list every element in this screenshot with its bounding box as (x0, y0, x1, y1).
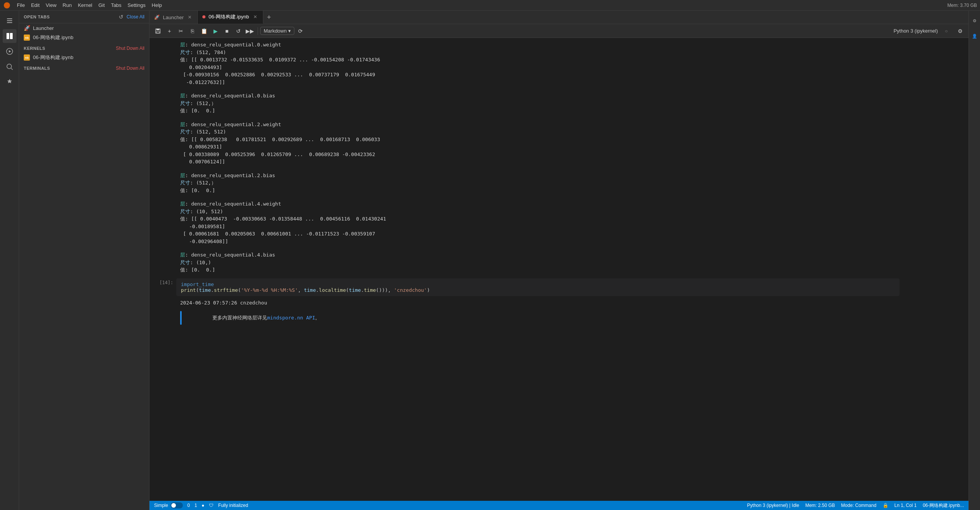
cell-up-btn[interactable]: ↑ (917, 278, 926, 287)
cell-output-layer-2-bias: 层: dense_relu_sequential.2.bias 尺寸: (512… (149, 169, 969, 197)
toolbar-run-btn[interactable]: ▶ (210, 26, 221, 36)
code-cell-14-body[interactable]: import_time print(time.strftime('%Y-%m-%… (176, 278, 900, 296)
svg-rect-4 (7, 33, 9, 39)
svg-rect-5 (10, 33, 13, 39)
menu-edit[interactable]: Edit (28, 2, 43, 9)
terminals-shutdown-all[interactable]: Shut Down All (116, 66, 144, 71)
toolbar-paste-btn[interactable]: 📋 (199, 26, 209, 36)
status-position: Ln 1, Col 1 (895, 503, 917, 508)
status-kernel-info: Python 3 (ipykernel) | Idle (747, 503, 799, 508)
right-sidebar-btn-1[interactable]: ⚙ (968, 14, 980, 28)
cell-format-btn[interactable]: ⇌ (947, 278, 955, 287)
code-output-text: 2024-06-23 07:57:26 cnzedchou (180, 300, 267, 306)
status-file: 06-网络构建.ipynb... (923, 502, 964, 509)
toolbar-restart-btn[interactable]: ↺ (233, 26, 244, 36)
dropdown-arrow: ▾ (288, 28, 291, 34)
menu-file[interactable]: File (14, 2, 28, 9)
cell-copy-btn[interactable]: ⎘ (907, 278, 916, 287)
tab-launcher-label: Launcher (163, 15, 184, 20)
simple-toggle[interactable]: Simple (154, 502, 183, 508)
menu-help[interactable]: Help (149, 2, 165, 9)
status-circle-icon[interactable]: ● (202, 503, 204, 508)
api-link[interactable]: mindspore.nn API (267, 315, 315, 321)
kernels-shutdown-all[interactable]: Shut Down All (116, 46, 144, 51)
tab-add-button[interactable]: + (263, 11, 275, 24)
cell-type-dropdown[interactable]: Markdown ▾ (260, 27, 294, 35)
tab-launcher[interactable]: 🚀 Launcher ✕ (149, 11, 198, 24)
cell-delete-btn[interactable]: 🗑 (957, 278, 965, 287)
simple-label: Simple (154, 503, 168, 508)
toolbar-refresh-btn[interactable]: ⟳ (295, 26, 306, 36)
toolbar-cut-btn[interactable]: ✂ (176, 26, 186, 36)
menu-git[interactable]: Git (95, 2, 108, 9)
right-sidebar-btn-2[interactable]: 👤 (968, 29, 980, 43)
tab-notebook[interactable]: 06-网络构建.ipynb ✕ (198, 11, 263, 24)
status-bar: Simple 0 1 ● 🛡 Fully initialized Python … (149, 501, 969, 510)
toggle-thumb (171, 503, 176, 508)
status-shield-icon: 🛡 (209, 503, 213, 508)
cell-output-layers: 层: dense_relu_sequential.0.weight 尺寸: (5… (149, 38, 969, 89)
output-layer-2-bias-text: 层: dense_relu_sequential.2.bias 尺寸: (512… (180, 172, 953, 194)
svg-rect-11 (156, 31, 159, 33)
sidebar-panel-btn[interactable] (3, 29, 16, 43)
cell-output-layer-4-bias: 层: dense_relu_sequential.4.bias 尺寸: (10,… (149, 248, 969, 277)
status-lock-icon: 🔒 (883, 503, 888, 508)
refresh-icon[interactable]: ↺ (119, 14, 123, 20)
cell-output-layer-4-weight: 层: dense_relu_sequential.4.weight 尺寸: (1… (149, 197, 969, 248)
close-all-link[interactable]: Close All (126, 14, 144, 20)
status-mode: Mode: Command (841, 503, 877, 508)
cell-number-14: [14]: (149, 278, 176, 287)
toolbar-interrupt-btn[interactable]: ■ (222, 26, 232, 36)
sidebar-extensions-btn[interactable] (3, 75, 16, 89)
toolbar-add-btn[interactable]: + (164, 26, 175, 36)
toolbar-sep-1 (258, 27, 258, 35)
cell-output-layer-2-weight: 层: dense_relu_sequential.2.weight 尺寸: (5… (149, 118, 969, 169)
cell-link-btn[interactable]: ⛓ (937, 278, 946, 287)
sidebar-run-btn[interactable] (3, 44, 16, 58)
kernel-status-circle[interactable]: ○ (941, 26, 952, 36)
menu-bar: File Edit View Run Kernel Git Tabs Setti… (0, 0, 980, 11)
notebook-content[interactable]: 层: dense_relu_sequential.0.weight 尺寸: (5… (149, 38, 969, 501)
tab-notebook-close[interactable]: ✕ (252, 14, 258, 20)
sidebar-search-btn[interactable] (3, 60, 16, 74)
toolbar-run-all-btn[interactable]: ▶▶ (245, 26, 255, 36)
menu-kernel[interactable]: Kernel (75, 2, 95, 9)
svg-rect-10 (156, 29, 159, 30)
toggle-track[interactable] (171, 502, 183, 508)
time-var: time (199, 287, 211, 293)
menu-view[interactable]: View (43, 2, 59, 9)
code-cell-14[interactable]: [14]: import_time print(time.strftime('%… (149, 277, 969, 298)
kernel-notebook-name: 06-网络构建.ipynb (33, 54, 73, 61)
menu-tabs[interactable]: Tabs (108, 2, 124, 9)
markdown-text: 更多内置神经网络层详见 (212, 315, 267, 321)
menu-run[interactable]: Run (59, 2, 75, 9)
toolbar-copy-btn[interactable]: ⎘ (187, 26, 198, 36)
memory-display: Mem: 3.70 GB (947, 3, 977, 8)
kernels-title: KERNELS (24, 46, 45, 51)
cell-output-layer-0-bias: 层: dense_relu_sequential.0.bias 尺寸: (512… (149, 89, 969, 118)
right-sidebar: ⚙ 👤 (969, 11, 980, 510)
kernel-notebook-item[interactable]: nb 06-网络构建.ipynb (19, 53, 149, 63)
toolbar-save-btn[interactable] (153, 26, 163, 36)
toolbar-settings-btn[interactable]: ⚙ (955, 26, 965, 36)
menu-settings[interactable]: Settings (125, 2, 149, 9)
cell-down-btn[interactable]: ↓ (927, 278, 936, 287)
markdown-suffix: 。 (315, 315, 320, 321)
import-keyword: import_time (181, 281, 214, 287)
notebook-file-icon: nb (24, 35, 30, 41)
open-tab-launcher[interactable]: 🚀 Launcher (19, 23, 149, 33)
status-mem: Mem: 2.50 GB (805, 503, 835, 508)
print-fn: print (181, 287, 196, 293)
terminals-header: TERMINALS Shut Down All (19, 63, 149, 72)
content-area: 🚀 Launcher ✕ 06-网络构建.ipynb ✕ + + ✂ ⎘ 📋 ▶… (149, 11, 969, 510)
markdown-content: 更多内置神经网络层详见mindspore.nn API。 (182, 311, 969, 325)
svg-point-7 (7, 64, 11, 69)
svg-rect-3 (7, 22, 12, 23)
tab-launcher-close[interactable]: ✕ (187, 14, 193, 20)
sidebar-files-btn[interactable] (3, 14, 16, 28)
open-tab-notebook[interactable]: nb 06-网络构建.ipynb (19, 33, 149, 43)
kernel-name-label: Python 3 (ipykernel) (893, 28, 938, 34)
open-tabs-title: OPEN TABS (24, 15, 50, 19)
svg-line-8 (11, 68, 13, 70)
open-tabs-header: OPEN TABS ↺ Close All (19, 11, 149, 23)
